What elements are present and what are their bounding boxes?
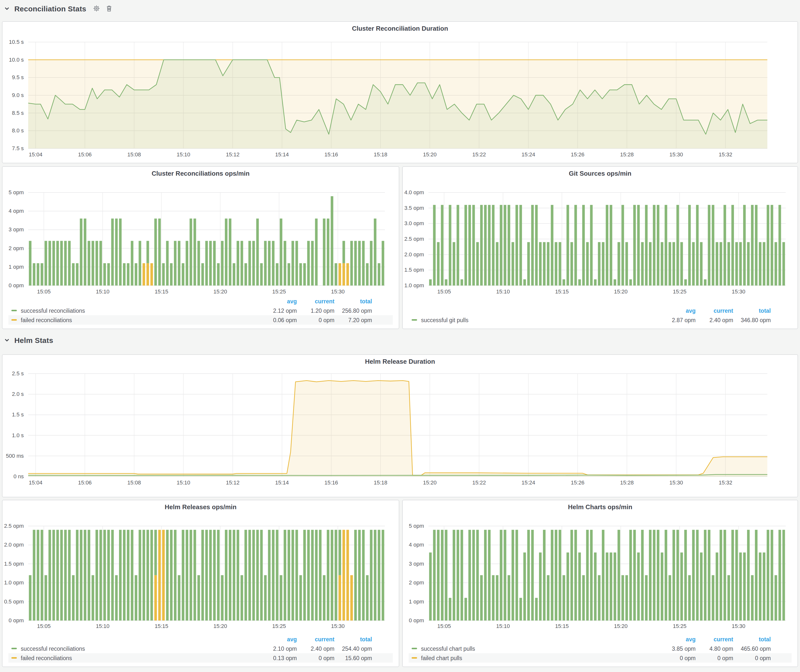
panel-title[interactable]: Cluster Reconciliation Duration bbox=[2, 25, 798, 32]
svg-text:15:08: 15:08 bbox=[127, 151, 141, 158]
svg-text:15:16: 15:16 bbox=[325, 480, 338, 486]
svg-text:15:20: 15:20 bbox=[614, 623, 627, 629]
series-swatch bbox=[412, 648, 417, 649]
chevron-down-icon[interactable] bbox=[3, 336, 11, 344]
svg-text:15:20: 15:20 bbox=[213, 623, 227, 629]
panel-helm-releases-ops: Helm Releases ops/min 15:0515:1015:1515:… bbox=[2, 500, 399, 667]
legend-row-successful-reconciliations[interactable]: successful reconciliations 2.12 opm 1.20… bbox=[8, 306, 393, 315]
panel-title[interactable]: Helm Charts ops/min bbox=[403, 503, 798, 511]
legend: avg current total successful reconciliat… bbox=[8, 634, 393, 662]
svg-text:15:15: 15:15 bbox=[155, 623, 168, 629]
svg-text:15:15: 15:15 bbox=[155, 288, 168, 295]
legend-sort-avg[interactable]: avg bbox=[658, 636, 696, 642]
svg-text:15:20: 15:20 bbox=[614, 288, 627, 295]
svg-text:15:24: 15:24 bbox=[522, 151, 535, 158]
svg-text:8.5 s: 8.5 s bbox=[12, 110, 24, 116]
svg-text:15:25: 15:25 bbox=[272, 623, 286, 629]
legend-total-value: 465.60 opm bbox=[733, 646, 771, 651]
chart-git-sources-ops[interactable]: 15:0515:1015:1515:2015:2515:301.0 opm1.5… bbox=[403, 167, 798, 329]
svg-text:15:25: 15:25 bbox=[272, 288, 286, 295]
svg-text:15:05: 15:05 bbox=[437, 623, 451, 629]
chart-cluster-reconciliation-duration[interactable]: 15:0415:0615:0815:1015:1215:1415:1615:18… bbox=[2, 22, 798, 163]
svg-text:15:20: 15:20 bbox=[213, 288, 227, 295]
legend-sort-current[interactable]: current bbox=[696, 636, 733, 642]
svg-text:15:28: 15:28 bbox=[620, 151, 634, 158]
svg-text:4 opm: 4 opm bbox=[9, 208, 24, 214]
section-title[interactable]: Helm Stats bbox=[14, 336, 53, 344]
svg-text:15:24: 15:24 bbox=[522, 480, 535, 486]
legend-sort-total[interactable]: total bbox=[733, 307, 771, 314]
legend-sort-avg[interactable]: avg bbox=[658, 307, 696, 314]
legend-row-failed-reconciliations[interactable]: failed reconciliations 0.13 opm 0 opm 15… bbox=[8, 653, 393, 662]
legend-series-label[interactable]: failed reconciliations bbox=[21, 317, 259, 323]
svg-text:15:22: 15:22 bbox=[472, 480, 486, 486]
svg-text:4 opm: 4 opm bbox=[409, 542, 424, 548]
svg-text:15:10: 15:10 bbox=[96, 288, 109, 295]
legend-current-value: 0 opm bbox=[297, 655, 334, 661]
legend-sort-total[interactable]: total bbox=[334, 298, 372, 304]
svg-text:4.0 opm: 4.0 opm bbox=[405, 189, 424, 195]
legend-header: avg current total bbox=[409, 634, 792, 644]
svg-text:15:30: 15:30 bbox=[331, 288, 345, 295]
legend-sort-total[interactable]: total bbox=[733, 636, 771, 642]
svg-text:3.0 opm: 3.0 opm bbox=[405, 220, 424, 226]
svg-text:15:08: 15:08 bbox=[127, 480, 141, 486]
svg-text:8.0 s: 8.0 s bbox=[12, 127, 24, 134]
legend-avg-value: 2.10 opm bbox=[259, 646, 297, 651]
legend-total-value: 15.60 opm bbox=[334, 655, 372, 661]
legend-series-label[interactable]: failed reconciliations bbox=[21, 655, 259, 661]
svg-text:1.0 opm: 1.0 opm bbox=[405, 282, 424, 288]
chevron-down-icon[interactable] bbox=[3, 5, 11, 12]
legend-current-value: 2.40 opm bbox=[297, 646, 334, 651]
svg-text:15:10: 15:10 bbox=[496, 623, 510, 629]
panel-cluster-reconciliations-ops: Cluster Reconciliations ops/min 15:0515:… bbox=[2, 166, 399, 329]
row-header-reconciliation-stats[interactable]: Reconciliation Stats bbox=[3, 1, 113, 16]
row-header-helm-stats[interactable]: Helm Stats bbox=[3, 333, 53, 347]
legend-header: avg current total bbox=[409, 306, 792, 315]
section-title[interactable]: Reconciliation Stats bbox=[14, 4, 86, 13]
panel-title[interactable]: Git Sources ops/min bbox=[403, 170, 798, 177]
svg-text:15:14: 15:14 bbox=[275, 151, 289, 158]
legend-sort-current[interactable]: current bbox=[696, 307, 733, 314]
series-swatch bbox=[11, 319, 17, 321]
legend-sort-avg[interactable]: avg bbox=[259, 636, 297, 642]
svg-text:2.0 opm: 2.0 opm bbox=[405, 251, 424, 258]
legend-sort-current[interactable]: current bbox=[297, 636, 334, 642]
trash-icon[interactable] bbox=[105, 5, 113, 12]
svg-text:15:18: 15:18 bbox=[374, 480, 387, 486]
legend-series-label[interactable]: failed chart pulls bbox=[421, 655, 658, 661]
panel-title[interactable]: Helm Releases ops/min bbox=[2, 503, 399, 511]
legend-total-value: 256.80 opm bbox=[334, 307, 372, 314]
panel-title[interactable]: Helm Release Duration bbox=[2, 358, 798, 365]
svg-text:0 opm: 0 opm bbox=[9, 282, 24, 288]
svg-text:2.5 s: 2.5 s bbox=[12, 370, 24, 377]
svg-text:3.5 opm: 3.5 opm bbox=[405, 205, 424, 211]
svg-text:15:12: 15:12 bbox=[226, 151, 240, 158]
legend-sort-avg[interactable]: avg bbox=[259, 298, 297, 304]
svg-text:1.0 s: 1.0 s bbox=[12, 432, 24, 438]
legend-avg-value: 3.85 opm bbox=[658, 646, 696, 651]
svg-text:500 ms: 500 ms bbox=[6, 453, 24, 459]
legend-sort-current[interactable]: current bbox=[297, 298, 334, 304]
svg-text:3 opm: 3 opm bbox=[409, 561, 424, 567]
svg-text:15:10: 15:10 bbox=[177, 151, 190, 158]
svg-text:1.0 opm: 1.0 opm bbox=[4, 579, 24, 586]
svg-text:15:22: 15:22 bbox=[472, 151, 486, 158]
legend-row-successful-git-pulls[interactable]: successful git pulls 2.87 opm 2.40 opm 3… bbox=[409, 315, 792, 325]
chart-helm-release-duration[interactable]: 15:0415:0615:0815:1015:1215:1415:1615:18… bbox=[2, 355, 798, 497]
legend-series-label[interactable]: successful chart pulls bbox=[421, 646, 658, 651]
legend: avg current total successful chart pulls… bbox=[409, 634, 792, 662]
legend-series-label[interactable]: successful git pulls bbox=[421, 317, 658, 323]
legend-row-failed-reconciliations[interactable]: failed reconciliations 0.06 opm 0 opm 7.… bbox=[8, 315, 393, 325]
legend-series-label[interactable]: successful reconciliations bbox=[21, 646, 259, 651]
legend-series-label[interactable]: successful reconciliations bbox=[21, 307, 259, 314]
legend-row-successful-chart-pulls[interactable]: successful chart pulls 3.85 opm 4.80 opm… bbox=[409, 644, 792, 653]
legend-row-failed-chart-pulls[interactable]: failed chart pulls 0 opm 0 opm 0 opm bbox=[409, 653, 792, 662]
legend-row-successful-reconciliations[interactable]: successful reconciliations 2.10 opm 2.40… bbox=[8, 644, 393, 653]
svg-text:15:32: 15:32 bbox=[718, 480, 732, 486]
legend-total-value: 346.80 opm bbox=[733, 317, 771, 323]
gear-icon[interactable] bbox=[93, 5, 101, 12]
svg-text:15:26: 15:26 bbox=[571, 151, 584, 158]
panel-title[interactable]: Cluster Reconciliations ops/min bbox=[2, 170, 399, 177]
legend-sort-total[interactable]: total bbox=[334, 636, 372, 642]
